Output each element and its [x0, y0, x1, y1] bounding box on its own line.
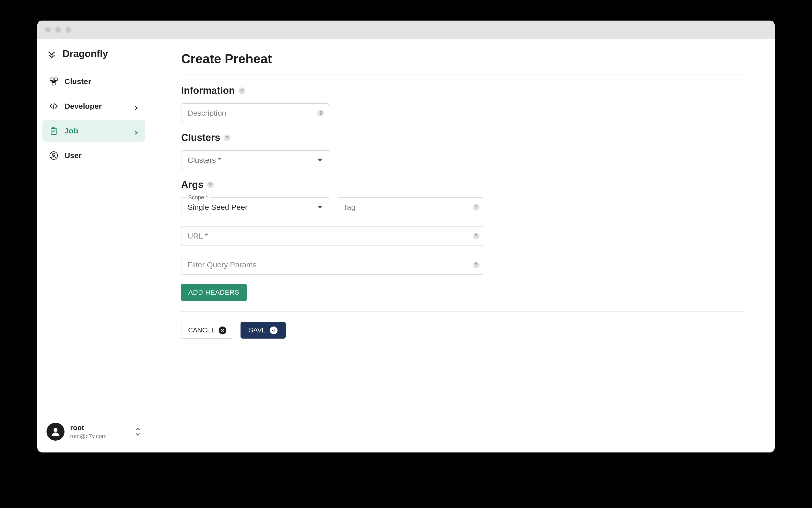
- cluster-icon: [49, 76, 59, 87]
- clusters-placeholder: Clusters *: [188, 156, 317, 165]
- svg-rect-6: [52, 83, 55, 85]
- user-name: root: [70, 424, 129, 432]
- window-titlebar: [37, 20, 775, 39]
- sidebar-item-label: Developer: [64, 102, 134, 111]
- sidebar-item-cluster[interactable]: Cluster: [42, 71, 145, 92]
- description-input[interactable]: [188, 109, 322, 118]
- sidebar: Dragonfly Clu: [37, 39, 150, 453]
- section-title: Information: [181, 85, 235, 96]
- expand-icon: [135, 426, 141, 437]
- clusters-select[interactable]: Clusters *: [181, 151, 329, 170]
- maximize-dot[interactable]: [65, 27, 71, 33]
- section-title: Clusters: [181, 132, 220, 143]
- check-circle-icon: [270, 327, 277, 334]
- cancel-button[interactable]: CANCEL: [181, 322, 233, 339]
- user-email: root@d7y.com: [70, 433, 129, 439]
- help-icon[interactable]: ?: [224, 134, 230, 141]
- brand-name: Dragonfly: [62, 48, 108, 59]
- add-headers-button[interactable]: ADD HEADERS: [181, 284, 247, 301]
- svg-rect-5: [54, 78, 57, 81]
- chevron-down-icon: [317, 206, 322, 209]
- help-icon[interactable]: ?: [317, 110, 324, 117]
- help-icon[interactable]: ?: [238, 87, 245, 94]
- help-icon[interactable]: ?: [473, 261, 480, 268]
- description-field[interactable]: ?: [181, 103, 329, 123]
- page-title: Create Preheat: [181, 51, 744, 66]
- main-content: Create Preheat Information ? ? Clusters …: [150, 39, 775, 453]
- job-icon: [49, 126, 59, 136]
- dragonfly-logo-icon: [46, 49, 57, 59]
- sidebar-item-label: Job: [64, 126, 134, 135]
- filter-input[interactable]: [188, 260, 478, 269]
- scope-select[interactable]: Scope * Single Seed Peer: [181, 198, 329, 217]
- sidebar-item-job[interactable]: Job: [42, 120, 145, 142]
- section-head-clusters: Clusters ?: [181, 132, 744, 143]
- sidebar-item-label: Cluster: [64, 77, 139, 86]
- app-window: Dragonfly Clu: [37, 20, 775, 453]
- sidebar-item-user[interactable]: User: [42, 145, 145, 166]
- svg-point-15: [53, 428, 57, 432]
- divider: [181, 75, 744, 75]
- close-dot[interactable]: [45, 27, 51, 33]
- save-label: SAVE: [249, 326, 266, 334]
- sidebar-item-developer[interactable]: Developer: [42, 95, 145, 117]
- window-controls: [45, 27, 71, 33]
- brand[interactable]: Dragonfly: [37, 48, 150, 71]
- section-head-information: Information ?: [181, 85, 744, 96]
- user-block[interactable]: root root@d7y.com: [37, 418, 150, 445]
- chevron-down-icon: [317, 159, 322, 162]
- help-icon[interactable]: ?: [473, 232, 480, 239]
- chevron-right-icon: [134, 128, 139, 133]
- code-icon: [49, 101, 59, 111]
- section-head-args: Args ?: [181, 179, 744, 190]
- svg-line-3: [51, 55, 54, 57]
- svg-line-11: [53, 103, 54, 109]
- user-icon: [49, 151, 59, 161]
- svg-rect-4: [50, 78, 53, 81]
- cancel-label: CANCEL: [188, 326, 215, 334]
- minimize-dot[interactable]: [55, 27, 61, 33]
- nav: Cluster Developer: [37, 71, 150, 166]
- svg-point-14: [52, 153, 55, 156]
- app-body: Dragonfly Clu: [37, 39, 775, 453]
- scope-label: Scope *: [186, 194, 210, 201]
- filter-field[interactable]: ?: [181, 255, 484, 274]
- chevron-right-icon: [134, 103, 139, 109]
- avatar: [46, 423, 64, 441]
- user-text: root root@d7y.com: [70, 424, 129, 439]
- tag-field[interactable]: ?: [336, 198, 484, 217]
- url-input[interactable]: [188, 231, 478, 240]
- tag-input[interactable]: [343, 203, 478, 212]
- help-icon[interactable]: ?: [207, 181, 214, 188]
- sidebar-item-label: User: [64, 151, 139, 160]
- scope-value: Single Seed Peer: [188, 203, 317, 212]
- help-icon[interactable]: ?: [473, 204, 480, 211]
- section-title: Args: [181, 179, 204, 190]
- close-circle-icon: [219, 327, 226, 334]
- save-button[interactable]: SAVE: [240, 322, 285, 339]
- url-field[interactable]: ?: [181, 226, 484, 246]
- footer-actions: CANCEL SAVE: [181, 311, 744, 339]
